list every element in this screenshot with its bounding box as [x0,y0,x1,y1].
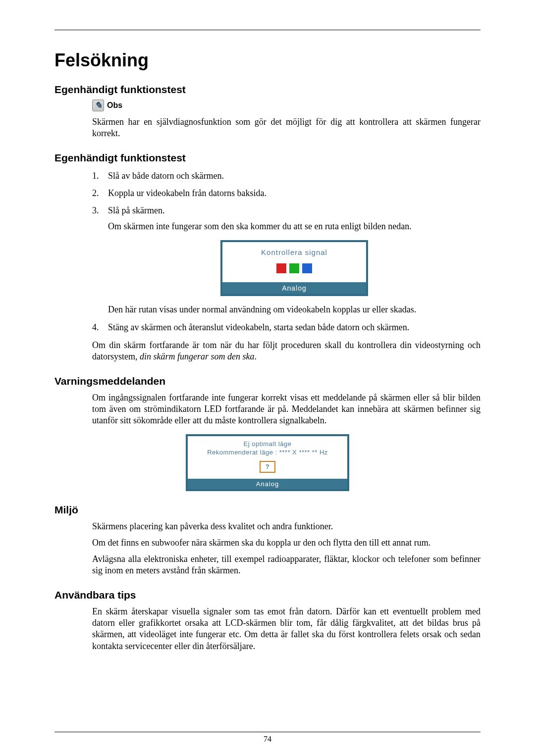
tips-paragraph: En skärm återskapar visuella signaler so… [92,606,481,652]
diagram2-footer: Analog [188,479,347,489]
section-heading-warnings: Varningsmeddelanden [54,375,481,387]
section-heading-selftest-intro: Egenhändigt funktionstest [54,84,481,96]
environment-p1: Skärmens placering kan påverka dess kval… [92,521,481,532]
step-4: Stäng av skärmen och återanslut videokab… [92,322,481,333]
selftest-intro-paragraph: Skärmen har en självdiagnosfunktion som … [92,116,481,139]
step-1-text: Slå av både datorn och skärmen. [108,171,224,181]
step-4-text: Stäng av skärmen och återanslut videokab… [108,322,409,332]
environment-p2: Om det finns en subwoofer nära skärmen s… [92,537,481,549]
green-square-icon [289,263,299,273]
blue-square-icon [302,263,312,273]
step-3-after-note: Den här rutan visas under normal användn… [108,304,481,315]
section-heading-selftest-steps: Egenhändigt funktionstest [54,152,481,164]
diagram2-line2: Rekommenderat läge : **** X **** ** Hz [192,449,343,456]
red-square-icon [276,263,286,273]
diagram1-footer: Analog [222,282,366,294]
diagram-not-optimal: Ej optimalt läge Rekommenderat läge : **… [54,434,481,491]
step-3: Slå på skärmen. Om skärmen inte fungerar… [92,205,481,315]
note-row: ✎ Obs [92,100,481,111]
diagram1-title: Kontrollera signal [227,248,361,256]
step-2-text: Koppla ur videokabeln från datorns baksi… [108,188,267,198]
selftest-followup-emphasis: din skärm fungerar som den ska [140,352,255,361]
step-1: Slå av både datorn och skärmen. [92,171,481,181]
note-icon: ✎ [92,100,104,111]
section-heading-environment: Miljö [54,504,481,516]
section-heading-tips: Användbara tips [54,589,481,601]
diagram2-line1: Ej optimalt läge [192,440,343,448]
warnings-paragraph: Om ingångssignalen fortfarande inte fung… [92,392,481,426]
step-3-text: Slå på skärmen. [108,205,164,215]
environment-p3: Avlägsna alla elektroniska enheter, till… [92,554,481,576]
bottom-rule [54,732,481,732]
step-3-note: Om skärmen inte fungerar som den ska kom… [108,221,481,232]
top-rule [54,30,481,30]
selftest-followup-suffix: . [255,352,257,361]
page-number: 74 [0,735,535,744]
diagram1-color-squares [227,263,361,273]
page-title: Felsökning [54,50,481,71]
document-page: Felsökning Egenhändigt funktionstest ✎ O… [0,0,535,756]
step-2: Koppla ur videokabeln från datorns baksi… [92,188,481,199]
selftest-followup: Om din skärm fortfarande är tom när du h… [92,340,481,362]
note-label: Obs [107,101,122,110]
diagram-check-signal: Kontrollera signal Analog [108,240,481,296]
diagram2-help-icon: ? [260,461,275,473]
